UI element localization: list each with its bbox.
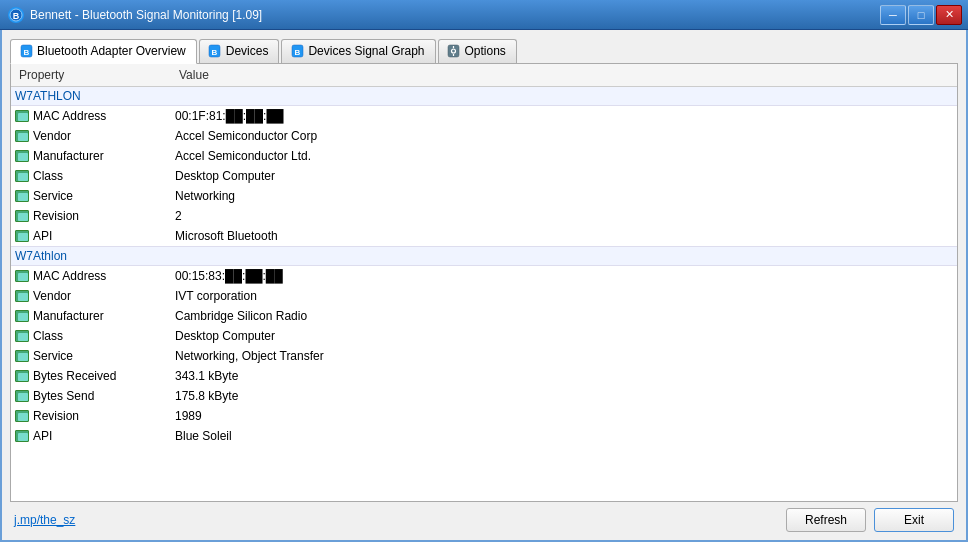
table-row: VendorIVT corporation — [11, 286, 957, 306]
prop-value-cell: 00:15:83:██:██:██ — [171, 266, 571, 287]
prop-empty-cell — [571, 426, 957, 446]
table-row: Revision2 — [11, 206, 957, 226]
prop-name-cell: API — [11, 226, 171, 246]
options-icon — [447, 44, 461, 58]
tab-options-label: Options — [465, 44, 506, 58]
prop-name-cell: Vendor — [11, 126, 171, 146]
svg-text:B: B — [295, 48, 301, 57]
col-header-empty — [571, 64, 957, 87]
tab-signal-label: Devices Signal Graph — [308, 44, 424, 58]
prop-empty-cell — [571, 106, 957, 127]
prop-name-cell: Revision — [11, 206, 171, 226]
prop-value-cell: Accel Semiconductor Corp — [171, 126, 571, 146]
close-button[interactable]: ✕ — [936, 5, 962, 25]
col-header-value: Value — [171, 64, 571, 87]
window-title: Bennett - Bluetooth Signal Monitoring [1… — [30, 8, 262, 22]
table-row: VendorAccel Semiconductor Corp — [11, 126, 957, 146]
row-icon — [15, 410, 29, 422]
table-row: ClassDesktop Computer — [11, 326, 957, 346]
section-header-row: W7Athlon — [11, 247, 957, 266]
footer-buttons: Refresh Exit — [786, 508, 954, 532]
row-icon — [15, 190, 29, 202]
title-bar-controls: ─ □ ✕ — [880, 5, 962, 25]
prop-name-cell: Class — [11, 326, 171, 346]
svg-text:B: B — [23, 48, 29, 57]
prop-value-cell: Desktop Computer — [171, 326, 571, 346]
tab-overview[interactable]: B Bluetooth Adapter Overview — [10, 39, 197, 64]
table-row: APIBlue Soleil — [11, 426, 957, 446]
minimize-button[interactable]: ─ — [880, 5, 906, 25]
prop-empty-cell — [571, 406, 957, 426]
row-icon — [15, 170, 29, 182]
prop-value-cell: Microsoft Bluetooth — [171, 226, 571, 247]
refresh-button[interactable]: Refresh — [786, 508, 866, 532]
footer-link[interactable]: j.mp/the_sz — [14, 513, 75, 527]
prop-name-cell: Class — [11, 166, 171, 186]
prop-value-cell: Networking, Object Transfer — [171, 346, 571, 366]
table-row: Revision1989 — [11, 406, 957, 426]
prop-value-cell: 2 — [171, 206, 571, 226]
prop-value-cell: Networking — [171, 186, 571, 206]
prop-empty-cell — [571, 346, 957, 366]
row-icon — [15, 330, 29, 342]
prop-empty-cell — [571, 306, 957, 326]
prop-name-cell: MAC Address — [11, 266, 171, 286]
prop-empty-cell — [571, 146, 957, 166]
row-icon — [15, 430, 29, 442]
table-row: MAC Address00:15:83:██:██:██ — [11, 266, 957, 287]
table-row: MAC Address00:1F:81:██:██:██ — [11, 106, 957, 127]
prop-empty-cell — [571, 126, 957, 146]
table-row: ServiceNetworking, Object Transfer — [11, 346, 957, 366]
prop-name-cell: Manufacturer — [11, 306, 171, 326]
row-icon — [15, 130, 29, 142]
tab-options[interactable]: Options — [438, 39, 517, 63]
col-header-property: Property — [11, 64, 171, 87]
prop-empty-cell — [571, 266, 957, 287]
main-window: B Bluetooth Adapter Overview B Devices B — [0, 30, 968, 542]
tab-overview-label: Bluetooth Adapter Overview — [37, 44, 186, 58]
prop-name-cell: MAC Address — [11, 106, 171, 126]
prop-name-cell: Service — [11, 346, 171, 366]
prop-name-cell: Bytes Send — [11, 386, 171, 406]
row-icon — [15, 310, 29, 322]
table-row: Bytes Received343.1 kByte — [11, 366, 957, 386]
bluetooth-icon-signal: B — [290, 44, 304, 58]
prop-value-cell: Cambridge Silicon Radio — [171, 306, 571, 326]
prop-empty-cell — [571, 366, 957, 386]
footer: j.mp/the_sz Refresh Exit — [10, 502, 958, 532]
prop-value-cell: IVT corporation — [171, 286, 571, 306]
prop-value-cell: 343.1 kByte — [171, 366, 571, 386]
table-row: ServiceNetworking — [11, 186, 957, 206]
section-header-row: W7ATHLON — [11, 87, 957, 106]
row-icon — [15, 230, 29, 242]
prop-name-cell: Vendor — [11, 286, 171, 306]
prop-name-cell: Revision — [11, 406, 171, 426]
section-name: W7Athlon — [11, 247, 957, 266]
maximize-button[interactable]: □ — [908, 5, 934, 25]
tab-devices[interactable]: B Devices — [199, 39, 280, 63]
app-icon: B — [8, 7, 24, 23]
row-icon — [15, 270, 29, 282]
section-name: W7ATHLON — [11, 87, 957, 106]
prop-value-cell: Accel Semiconductor Ltd. — [171, 146, 571, 166]
prop-value-cell: 1989 — [171, 406, 571, 426]
table-row: Bytes Send175.8 kByte — [11, 386, 957, 406]
prop-empty-cell — [571, 326, 957, 346]
svg-text:B: B — [13, 11, 20, 21]
row-icon — [15, 370, 29, 382]
prop-name-cell: Manufacturer — [11, 146, 171, 166]
prop-empty-cell — [571, 226, 957, 247]
exit-button[interactable]: Exit — [874, 508, 954, 532]
tab-bar: B Bluetooth Adapter Overview B Devices B — [10, 38, 958, 63]
table-row: ManufacturerCambridge Silicon Radio — [11, 306, 957, 326]
svg-text:B: B — [212, 48, 218, 57]
content-area: Property Value W7ATHLONMAC Address00:1F:… — [10, 63, 958, 502]
prop-empty-cell — [571, 206, 957, 226]
tab-signal[interactable]: B Devices Signal Graph — [281, 39, 435, 63]
prop-empty-cell — [571, 386, 957, 406]
row-icon — [15, 150, 29, 162]
prop-value-cell: Blue Soleil — [171, 426, 571, 446]
table-row: ManufacturerAccel Semiconductor Ltd. — [11, 146, 957, 166]
prop-value-cell: 00:1F:81:██:██:██ — [171, 106, 571, 127]
prop-name-cell: Bytes Received — [11, 366, 171, 386]
